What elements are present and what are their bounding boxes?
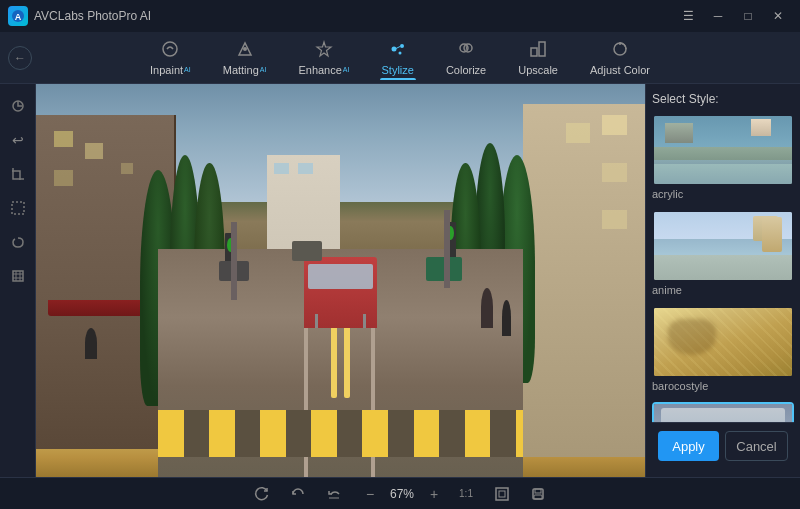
stylize-icon xyxy=(389,40,407,62)
main-area: ↩ xyxy=(0,84,800,477)
inpaint-label: InpaintAI xyxy=(150,64,191,76)
style-item-anime[interactable]: anime xyxy=(652,210,794,300)
style-thumbnail xyxy=(654,116,792,184)
apply-button[interactable]: Apply xyxy=(658,431,719,461)
upscale-label: Upscale xyxy=(518,64,558,76)
minimize-button[interactable]: ─ xyxy=(704,6,732,26)
adjust-color-icon xyxy=(611,40,629,62)
svg-rect-23 xyxy=(499,491,505,497)
undo-status-btn[interactable] xyxy=(286,482,310,506)
zoom-minus-icon: − xyxy=(366,486,374,502)
sidebar-lasso-icon[interactable] xyxy=(4,228,32,256)
style-name-anime: anime xyxy=(652,282,794,300)
style-item-barocostyle[interactable]: barocostyle xyxy=(652,306,794,396)
colorize-icon xyxy=(457,40,475,62)
stylize-label: Stylize xyxy=(381,64,413,76)
title-bar-left: A AVCLabs PhotoPro AI xyxy=(8,6,151,26)
zoom-plus-btn[interactable]: + xyxy=(422,482,446,506)
svg-rect-10 xyxy=(531,48,537,56)
colorize-label: Colorize xyxy=(446,64,486,76)
canvas-area[interactable] xyxy=(36,84,645,477)
cancel-button[interactable]: Cancel xyxy=(725,431,788,461)
style-thumb-fourth xyxy=(652,402,794,422)
style-thumbnail xyxy=(654,404,792,422)
right-panel-content: Select Style: acrylic xyxy=(652,92,794,422)
style-name-acrylic: acrylic xyxy=(652,186,794,204)
rotate-status-btn[interactable] xyxy=(250,482,274,506)
status-bar: − 67% + 1:1 xyxy=(0,477,800,509)
svg-text:A: A xyxy=(15,12,22,22)
tool-matting[interactable]: MattingAI xyxy=(209,36,281,80)
style-thumbnail xyxy=(654,212,792,282)
zoom-reset-btn[interactable]: 1:1 xyxy=(454,482,478,506)
sidebar-select-icon[interactable] xyxy=(4,194,32,222)
style-thumb-acrylic xyxy=(652,114,794,186)
inpaint-icon xyxy=(161,40,179,62)
fit-view-btn[interactable] xyxy=(490,482,514,506)
back-status-btn[interactable] xyxy=(322,482,346,506)
enhance-label: EnhanceAI xyxy=(298,64,349,76)
zoom-value: 67% xyxy=(390,487,414,501)
maximize-button[interactable]: □ xyxy=(734,6,762,26)
left-sidebar: ↩ xyxy=(0,84,36,477)
main-image xyxy=(36,84,645,477)
style-name-barocostyle: barocostyle xyxy=(652,378,794,396)
back-button[interactable]: ← xyxy=(8,46,32,70)
svg-point-5 xyxy=(400,44,404,48)
svg-rect-16 xyxy=(13,271,23,281)
tool-adjust-color[interactable]: Adjust Color xyxy=(576,36,664,80)
tool-enhance[interactable]: EnhanceAI xyxy=(284,36,363,80)
action-buttons: Apply Cancel xyxy=(652,422,794,469)
title-bar: A AVCLabs PhotoPro AI ☰ ─ □ ✕ xyxy=(0,0,800,32)
svg-rect-22 xyxy=(496,488,508,500)
svg-point-6 xyxy=(398,51,401,54)
tool-upscale[interactable]: Upscale xyxy=(504,36,572,80)
svg-point-4 xyxy=(391,46,396,51)
sidebar-undo-icon[interactable]: ↩ xyxy=(4,126,32,154)
menu-button[interactable]: ☰ xyxy=(674,6,702,26)
style-thumbnail xyxy=(654,308,792,378)
matting-label: MattingAI xyxy=(223,64,267,76)
window-controls: ☰ ─ □ ✕ xyxy=(674,6,792,26)
tool-stylize[interactable]: Stylize xyxy=(367,36,427,80)
style-item-acrylic[interactable]: acrylic xyxy=(652,114,794,204)
app-logo: A xyxy=(8,6,28,26)
zoom-plus-icon: + xyxy=(430,486,438,502)
zoom-display: − 67% + 1:1 xyxy=(358,482,478,506)
close-button[interactable]: ✕ xyxy=(764,6,792,26)
svg-rect-15 xyxy=(12,202,24,214)
sidebar-rotate-icon[interactable] xyxy=(4,92,32,120)
matting-icon xyxy=(236,40,254,62)
zoom-minus-btn[interactable]: − xyxy=(358,482,382,506)
upscale-icon xyxy=(529,40,547,62)
sidebar-brush-icon[interactable] xyxy=(4,262,32,290)
toolbar-back[interactable]: ← xyxy=(8,46,40,70)
svg-rect-11 xyxy=(539,42,545,56)
style-thumb-barocostyle xyxy=(652,306,794,378)
sidebar-crop-icon[interactable] xyxy=(4,160,32,188)
select-style-label: Select Style: xyxy=(652,92,794,106)
enhance-icon xyxy=(315,40,333,62)
adjust-color-label: Adjust Color xyxy=(590,64,650,76)
toolbar: ← InpaintAI MattingAI EnhanceAI Stylize … xyxy=(0,32,800,84)
tool-colorize[interactable]: Colorize xyxy=(432,36,500,80)
svg-line-7 xyxy=(396,46,400,48)
app-title: AVCLabs PhotoPro AI xyxy=(34,9,151,23)
style-item-fourth[interactable] xyxy=(652,402,794,422)
zoom-reset-label: 1:1 xyxy=(459,488,473,499)
tool-inpaint[interactable]: InpaintAI xyxy=(136,36,205,80)
style-thumb-anime xyxy=(652,210,794,282)
svg-point-2 xyxy=(163,42,177,56)
svg-point-3 xyxy=(243,47,247,51)
right-panel: Select Style: acrylic xyxy=(645,84,800,477)
save-status-btn[interactable] xyxy=(526,482,550,506)
